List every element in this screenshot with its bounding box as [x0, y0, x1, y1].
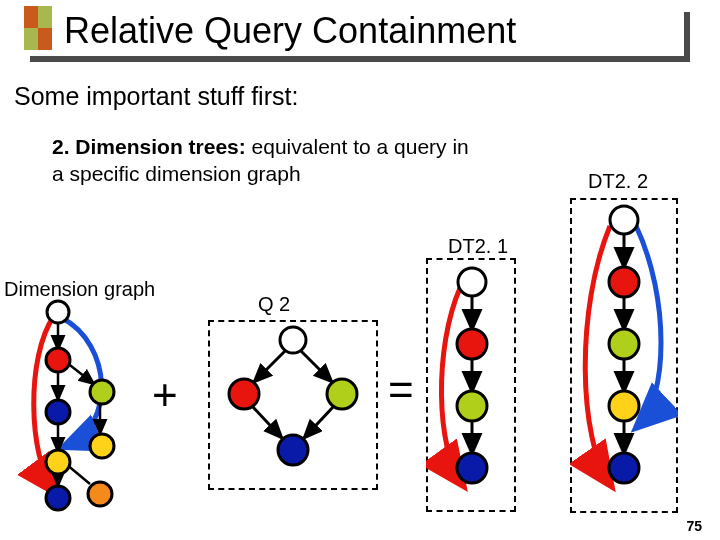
svg-point-21	[327, 379, 357, 409]
svg-point-34	[610, 206, 638, 234]
subtitle: Some important stuff first:	[14, 82, 720, 111]
label-q2: Q 2	[258, 293, 290, 316]
q2-svg	[208, 320, 378, 490]
dt21-svg	[426, 258, 516, 512]
accent-squares	[24, 6, 52, 50]
svg-line-18	[304, 406, 334, 438]
title-main: Relative Query Containment	[24, 6, 684, 56]
svg-point-35	[609, 267, 639, 297]
svg-point-22	[278, 435, 308, 465]
svg-point-9	[90, 380, 114, 404]
svg-point-29	[457, 453, 487, 483]
dt22-svg	[570, 198, 678, 513]
label-dt22: DT2. 2	[588, 170, 648, 193]
dimension-graph-svg	[16, 296, 166, 526]
svg-point-26	[458, 268, 486, 296]
svg-point-28	[457, 391, 487, 421]
svg-point-19	[280, 327, 306, 353]
svg-line-17	[252, 406, 282, 438]
svg-point-13	[46, 486, 70, 510]
svg-line-15	[254, 350, 286, 382]
svg-point-10	[46, 400, 70, 424]
svg-point-8	[46, 348, 70, 372]
item-number: 2.	[52, 135, 70, 158]
svg-point-12	[46, 450, 70, 474]
svg-point-14	[88, 482, 112, 506]
item-title: Dimension trees:	[75, 135, 245, 158]
page-title: Relative Query Containment	[64, 10, 516, 52]
svg-point-20	[229, 379, 259, 409]
svg-point-27	[457, 329, 487, 359]
svg-point-38	[609, 453, 639, 483]
svg-point-36	[609, 329, 639, 359]
svg-point-37	[609, 391, 639, 421]
equals-operator: =	[388, 365, 414, 415]
svg-point-7	[47, 301, 69, 323]
page-number: 75	[686, 518, 702, 534]
svg-line-16	[300, 350, 332, 382]
label-dt21: DT2. 1	[448, 235, 508, 258]
title-bar: Relative Query Containment	[0, 0, 720, 72]
item-text: 2. Dimension trees: equivalent to a quer…	[52, 133, 472, 188]
svg-point-11	[90, 434, 114, 458]
